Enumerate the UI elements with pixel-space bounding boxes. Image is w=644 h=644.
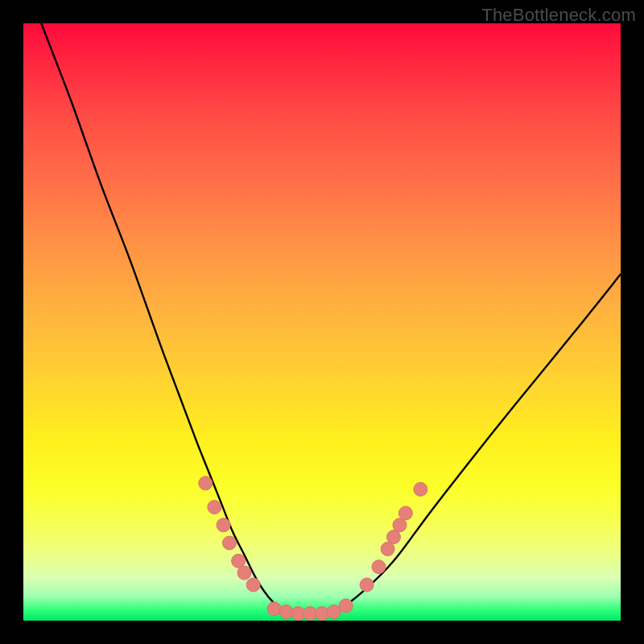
data-marker [267, 602, 281, 616]
chart-svg [23, 23, 621, 621]
plot-area [23, 23, 621, 621]
chart-frame: TheBottleneck.com [0, 0, 644, 644]
data-marker [237, 566, 251, 580]
data-marker [316, 607, 329, 621]
data-marker [393, 518, 407, 532]
bottleneck-curve-path [41, 23, 621, 615]
data-marker [398, 506, 412, 520]
watermark-text: TheBottleneck.com [481, 5, 636, 26]
data-marker [327, 605, 341, 618]
data-marker [208, 501, 221, 514]
data-marker [217, 518, 230, 532]
marker-group [199, 477, 427, 621]
data-marker [381, 543, 394, 556]
data-marker [199, 477, 213, 490]
data-marker [246, 578, 260, 592]
data-marker [360, 578, 374, 592]
data-marker [414, 482, 427, 496]
data-marker [339, 599, 353, 613]
data-marker [279, 605, 293, 618]
data-marker [223, 536, 237, 550]
data-marker [372, 560, 386, 574]
